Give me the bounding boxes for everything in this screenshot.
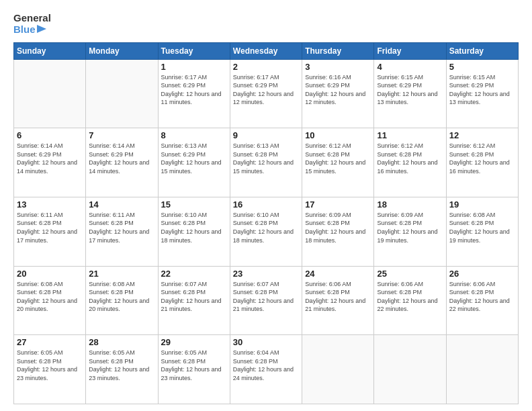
calendar-cell — [302, 335, 374, 404]
calendar-cell — [14, 59, 86, 128]
weekday-header-wednesday: Wednesday — [230, 42, 302, 59]
calendar-cell: 19Sunrise: 6:08 AMSunset: 6:28 PMDayligh… — [446, 197, 518, 266]
day-number: 26 — [449, 269, 515, 279]
calendar-cell — [86, 59, 158, 128]
sun-info: Sunrise: 6:04 AMSunset: 6:28 PMDaylight:… — [233, 349, 299, 382]
calendar-cell — [374, 335, 446, 404]
day-number: 13 — [17, 199, 83, 210]
calendar-cell: 13Sunrise: 6:11 AMSunset: 6:28 PMDayligh… — [14, 197, 86, 266]
logo-text: General Blue — [13, 12, 51, 36]
sun-info: Sunrise: 6:06 AMSunset: 6:28 PMDaylight:… — [449, 280, 515, 314]
sun-info: Sunrise: 6:09 AMSunset: 6:28 PMDaylight:… — [377, 211, 443, 244]
sun-info: Sunrise: 6:07 AMSunset: 6:28 PMDaylight:… — [161, 280, 227, 314]
day-number: 17 — [305, 199, 371, 210]
day-number: 15 — [161, 199, 227, 210]
logo-arrow-icon — [37, 25, 49, 34]
calendar-cell: 28Sunrise: 6:05 AMSunset: 6:28 PMDayligh… — [86, 335, 158, 404]
svg-marker-0 — [37, 25, 46, 33]
calendar-cell: 25Sunrise: 6:06 AMSunset: 6:28 PMDayligh… — [374, 266, 446, 335]
calendar-cell: 26Sunrise: 6:06 AMSunset: 6:28 PMDayligh… — [446, 266, 518, 335]
sun-info: Sunrise: 6:07 AMSunset: 6:28 PMDaylight:… — [233, 280, 299, 314]
sun-info: Sunrise: 6:17 AMSunset: 6:29 PMDaylight:… — [233, 73, 299, 107]
sun-info: Sunrise: 6:17 AMSunset: 6:29 PMDaylight:… — [161, 73, 227, 107]
sun-info: Sunrise: 6:14 AMSunset: 6:29 PMDaylight:… — [17, 142, 83, 175]
sun-info: Sunrise: 6:12 AMSunset: 6:28 PMDaylight:… — [305, 142, 371, 175]
sun-info: Sunrise: 6:06 AMSunset: 6:28 PMDaylight:… — [377, 280, 443, 314]
calendar-cell: 7Sunrise: 6:14 AMSunset: 6:29 PMDaylight… — [86, 128, 158, 197]
calendar-week-5: 27Sunrise: 6:05 AMSunset: 6:28 PMDayligh… — [14, 335, 519, 404]
day-number: 23 — [233, 269, 299, 279]
calendar-cell: 10Sunrise: 6:12 AMSunset: 6:28 PMDayligh… — [302, 128, 374, 197]
calendar-cell: 15Sunrise: 6:10 AMSunset: 6:28 PMDayligh… — [158, 197, 230, 266]
calendar-week-1: 1Sunrise: 6:17 AMSunset: 6:29 PMDaylight… — [14, 59, 519, 128]
calendar-cell: 30Sunrise: 6:04 AMSunset: 6:28 PMDayligh… — [230, 335, 302, 404]
calendar-cell: 18Sunrise: 6:09 AMSunset: 6:28 PMDayligh… — [374, 197, 446, 266]
sun-info: Sunrise: 6:10 AMSunset: 6:28 PMDaylight:… — [161, 211, 227, 244]
calendar-cell: 3Sunrise: 6:16 AMSunset: 6:29 PMDaylight… — [302, 59, 374, 128]
calendar-cell: 24Sunrise: 6:06 AMSunset: 6:28 PMDayligh… — [302, 266, 374, 335]
day-number: 2 — [233, 62, 299, 72]
weekday-header-saturday: Saturday — [446, 42, 518, 59]
calendar-cell: 14Sunrise: 6:11 AMSunset: 6:28 PMDayligh… — [86, 197, 158, 266]
sun-info: Sunrise: 6:08 AMSunset: 6:28 PMDaylight:… — [89, 280, 154, 314]
calendar-cell: 5Sunrise: 6:15 AMSunset: 6:29 PMDaylight… — [446, 59, 518, 128]
calendar-cell: 22Sunrise: 6:07 AMSunset: 6:28 PMDayligh… — [158, 266, 230, 335]
sun-info: Sunrise: 6:13 AMSunset: 6:29 PMDaylight:… — [161, 142, 227, 175]
sun-info: Sunrise: 6:08 AMSunset: 6:28 PMDaylight:… — [449, 211, 515, 244]
day-number: 6 — [17, 130, 83, 140]
weekday-header-thursday: Thursday — [302, 42, 374, 59]
sun-info: Sunrise: 6:05 AMSunset: 6:28 PMDaylight:… — [89, 349, 154, 382]
day-number: 1 — [161, 62, 227, 72]
day-number: 10 — [305, 130, 371, 140]
sun-info: Sunrise: 6:10 AMSunset: 6:28 PMDaylight:… — [233, 211, 299, 244]
sun-info: Sunrise: 6:05 AMSunset: 6:28 PMDaylight:… — [17, 349, 83, 382]
sun-info: Sunrise: 6:12 AMSunset: 6:28 PMDaylight:… — [449, 142, 515, 175]
calendar-cell: 17Sunrise: 6:09 AMSunset: 6:28 PMDayligh… — [302, 197, 374, 266]
day-number: 8 — [161, 130, 227, 140]
calendar-week-4: 20Sunrise: 6:08 AMSunset: 6:28 PMDayligh… — [14, 266, 519, 335]
calendar-cell: 2Sunrise: 6:17 AMSunset: 6:29 PMDaylight… — [230, 59, 302, 128]
sun-info: Sunrise: 6:15 AMSunset: 6:29 PMDaylight:… — [449, 73, 515, 107]
calendar-cell: 29Sunrise: 6:05 AMSunset: 6:28 PMDayligh… — [158, 335, 230, 404]
day-number: 7 — [89, 130, 154, 140]
day-number: 20 — [17, 269, 83, 279]
weekday-header-tuesday: Tuesday — [158, 42, 230, 59]
day-number: 29 — [161, 337, 227, 347]
page-header: General Blue — [13, 12, 519, 36]
calendar-cell: 21Sunrise: 6:08 AMSunset: 6:28 PMDayligh… — [86, 266, 158, 335]
calendar-cell: 6Sunrise: 6:14 AMSunset: 6:29 PMDaylight… — [14, 128, 86, 197]
day-number: 9 — [233, 130, 299, 140]
calendar-cell: 16Sunrise: 6:10 AMSunset: 6:28 PMDayligh… — [230, 197, 302, 266]
sun-info: Sunrise: 6:16 AMSunset: 6:29 PMDaylight:… — [305, 73, 371, 107]
calendar-cell — [446, 335, 518, 404]
sun-info: Sunrise: 6:11 AMSunset: 6:28 PMDaylight:… — [89, 211, 154, 244]
sun-info: Sunrise: 6:13 AMSunset: 6:28 PMDaylight:… — [233, 142, 299, 175]
sun-info: Sunrise: 6:11 AMSunset: 6:28 PMDaylight:… — [17, 211, 83, 244]
sun-info: Sunrise: 6:08 AMSunset: 6:28 PMDaylight:… — [17, 280, 83, 314]
sun-info: Sunrise: 6:09 AMSunset: 6:28 PMDaylight:… — [305, 211, 371, 244]
day-number: 14 — [89, 199, 154, 210]
calendar-cell: 23Sunrise: 6:07 AMSunset: 6:28 PMDayligh… — [230, 266, 302, 335]
day-number: 21 — [89, 269, 154, 279]
day-number: 30 — [233, 337, 299, 347]
day-number: 11 — [377, 130, 443, 140]
calendar-table: SundayMondayTuesdayWednesdayThursdayFrid… — [13, 42, 519, 405]
day-number: 16 — [233, 199, 299, 210]
calendar-week-2: 6Sunrise: 6:14 AMSunset: 6:29 PMDaylight… — [14, 128, 519, 197]
day-number: 22 — [161, 269, 227, 279]
calendar-cell: 12Sunrise: 6:12 AMSunset: 6:28 PMDayligh… — [446, 128, 518, 197]
day-number: 19 — [449, 199, 515, 210]
weekday-header-sunday: Sunday — [14, 42, 86, 59]
day-number: 4 — [377, 62, 443, 72]
day-number: 27 — [17, 337, 83, 347]
logo: General Blue — [13, 12, 51, 36]
day-number: 18 — [377, 199, 443, 210]
calendar-week-3: 13Sunrise: 6:11 AMSunset: 6:28 PMDayligh… — [14, 197, 519, 266]
sun-info: Sunrise: 6:12 AMSunset: 6:28 PMDaylight:… — [377, 142, 443, 175]
weekday-header-monday: Monday — [86, 42, 158, 59]
sun-info: Sunrise: 6:14 AMSunset: 6:29 PMDaylight:… — [89, 142, 154, 175]
calendar-cell: 8Sunrise: 6:13 AMSunset: 6:29 PMDaylight… — [158, 128, 230, 197]
calendar-cell: 11Sunrise: 6:12 AMSunset: 6:28 PMDayligh… — [374, 128, 446, 197]
day-number: 3 — [305, 62, 371, 72]
day-number: 5 — [449, 62, 515, 72]
